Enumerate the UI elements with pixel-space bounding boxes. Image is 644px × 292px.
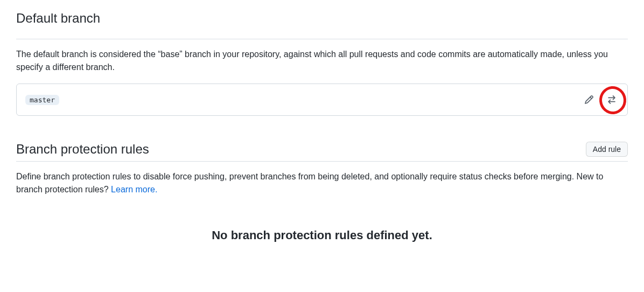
empty-state-message: No branch protection rules defined yet. (16, 228, 628, 242)
switch-branch-button[interactable] (605, 93, 619, 107)
divider (16, 39, 628, 39)
protection-rules-heading: Branch protection rules (16, 142, 149, 157)
add-rule-button[interactable]: Add rule (586, 142, 628, 157)
default-branch-description: The default branch is considered the “ba… (16, 48, 628, 74)
default-branch-heading: Default branch (16, 11, 628, 30)
protection-rules-description: Define branch protection rules to disabl… (16, 170, 628, 196)
rename-branch-button[interactable] (582, 93, 596, 107)
default-branch-box: master (16, 84, 628, 116)
branch-name-badge: master (25, 95, 59, 105)
arrow-switch-icon (607, 95, 617, 105)
learn-more-link[interactable]: Learn more. (111, 185, 157, 194)
branch-actions (582, 93, 619, 107)
protection-rules-description-text: Define branch protection rules to disabl… (16, 172, 603, 194)
pencil-icon (584, 95, 594, 105)
annotation-circle (605, 93, 619, 107)
divider (16, 161, 628, 162)
